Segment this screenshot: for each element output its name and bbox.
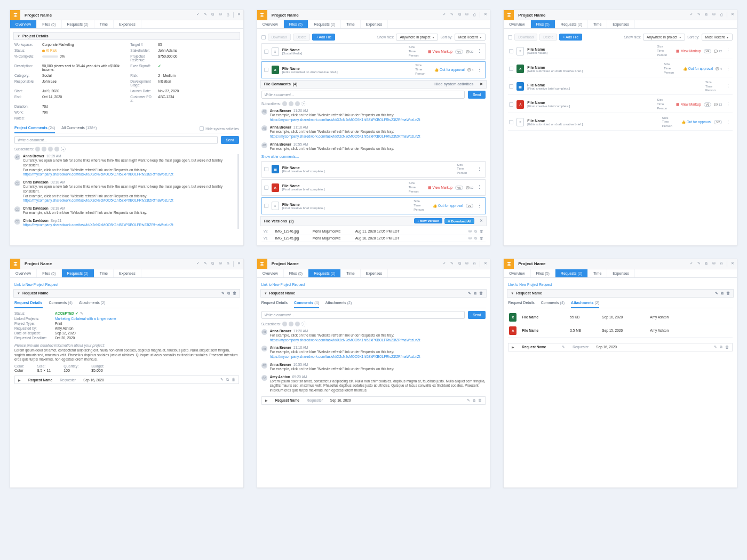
file-more-icon[interactable]: ⋮	[476, 50, 483, 53]
edit-inline-icon[interactable]: ✎	[562, 345, 565, 349]
file-more-icon[interactable]: ⋮	[476, 168, 483, 171]
version-copy-icon[interactable]: ⧉	[474, 236, 477, 241]
select-all-checkbox[interactable]	[261, 35, 266, 39]
send-button[interactable]: Send	[221, 136, 239, 144]
view-markup-link[interactable]: ▦ View Markup	[428, 186, 452, 190]
file-row[interactable]: AFile Name[Final creative brief complete…	[508, 97, 733, 113]
attachment-row[interactable]: XFile Name55 KBSep 16, 2020Amy Ashton	[508, 311, 733, 324]
file-row[interactable]: ▤File Name[Final creative brief complete…	[261, 161, 486, 178]
file-more-icon[interactable]: ⋮	[725, 68, 732, 70]
out-for-approval-link[interactable]: 👍 Out for approval	[683, 67, 713, 71]
edit-icon[interactable]: ✎	[203, 12, 208, 17]
subtab-all-comments[interactable]: All Comments (138+)	[61, 126, 97, 131]
file-more-icon[interactable]: ⋮	[725, 50, 732, 52]
tab-expenses[interactable]: Expenses	[361, 20, 388, 28]
file-row[interactable]: ≡File Name[Final creative brief complete…	[261, 197, 486, 214]
file-more-icon[interactable]: ⋮	[725, 85, 732, 88]
comment-link[interactable]: https://mycompany.sharedwork.com/task/id…	[270, 118, 420, 122]
tab-time[interactable]: Time	[341, 20, 360, 28]
file-checkbox[interactable]	[509, 120, 513, 124]
add-file-button[interactable]: + Add File	[312, 34, 335, 41]
sort-dropdown[interactable]: Most Recent▼	[455, 34, 486, 41]
tab-requests[interactable]: Requests (2)	[62, 20, 94, 28]
close-versions-icon[interactable]: ✕	[480, 219, 483, 223]
comment-input[interactable]: Write a comment…	[14, 136, 218, 144]
file-send-button[interactable]: Send	[468, 91, 486, 99]
comment-link[interactable]: https://mycompany.sharedwork.com/task/id…	[23, 198, 173, 202]
link-new-request[interactable]: Link to New Project Request	[14, 281, 58, 289]
scope-dropdown[interactable]: Anywhere in project▼	[396, 34, 438, 41]
view-markup-link[interactable]: ▦ View Markup	[676, 49, 701, 53]
copy-request-icon[interactable]: ⧉	[227, 291, 230, 295]
edit-request-icon[interactable]: ✎	[221, 291, 225, 295]
tab-files[interactable]: Files (5)	[284, 20, 308, 28]
file-checkbox[interactable]	[509, 49, 513, 53]
file-more-icon[interactable]: ⋮	[725, 103, 732, 106]
download-all-button[interactable]: ⬇ Download All	[444, 218, 474, 224]
file-more-icon[interactable]: ⋮	[476, 205, 483, 207]
attachment-row[interactable]: AFile Name3.5 MBSep 15, 2020Amy Ashton	[508, 324, 733, 338]
tab-time[interactable]: Time	[94, 20, 114, 28]
file-row[interactable]: XFile Name[Edits submitted on draft crea…	[508, 61, 733, 77]
comment-link[interactable]: https://mycompany.sharedwork.com/task/id…	[270, 338, 420, 342]
add-subscriber[interactable]: +	[61, 147, 66, 151]
comment-link[interactable]: https://mycompany.sharedwork.com/task/id…	[23, 223, 173, 227]
version-copy-icon[interactable]: ⧉	[474, 229, 477, 234]
file-row[interactable]: ≡File Name[Social Media]SizeTimePerson▦ …	[261, 43, 486, 60]
tab-overview[interactable]: Overview	[10, 20, 37, 28]
subtab-request-comments[interactable]: Comments (4)	[49, 301, 73, 306]
mark-done-icon[interactable]: ✓	[196, 12, 200, 17]
comment-link[interactable]: https://mycompany.sharedwork.com/task/id…	[270, 355, 420, 358]
edit-status-icon[interactable]: ✎	[80, 311, 83, 315]
file-comment-input[interactable]: Write a comment…	[261, 91, 465, 99]
download-button[interactable]: Download	[268, 34, 291, 41]
version-delete-icon[interactable]: 🗑	[480, 229, 483, 234]
file-checkbox[interactable]	[509, 102, 513, 107]
subtab-request-attachments[interactable]: Attachments (2)	[79, 301, 105, 306]
file-checkbox[interactable]	[509, 67, 513, 71]
view-markup-link[interactable]: ▦ View Markup	[676, 102, 701, 107]
version-mail-icon[interactable]: ✉	[468, 236, 472, 241]
file-checkbox[interactable]	[264, 68, 268, 72]
view-markup-link[interactable]: ▦ View Markup	[428, 50, 452, 54]
new-version-button[interactable]: + New Version	[414, 218, 442, 223]
close-comments-icon[interactable]: ✕	[480, 82, 483, 86]
show-older-link[interactable]: Show older comments…	[261, 155, 299, 158]
comment-link[interactable]: https://mycompany.sharedwork.com/task/id…	[23, 172, 173, 176]
delete-request-icon[interactable]: 🗑	[233, 291, 236, 295]
tab-expenses[interactable]: Expenses	[114, 20, 141, 28]
hide-sys-checkbox[interactable]	[200, 126, 204, 131]
file-more-icon[interactable]: ⋮	[476, 69, 483, 71]
file-row[interactable]: ≡File Name[Social Media]SizeTimePerson▦ …	[508, 43, 733, 59]
file-checkbox[interactable]	[509, 84, 513, 89]
mail-icon[interactable]: ✉	[218, 12, 222, 17]
tab-requests[interactable]: Requests (2)	[308, 20, 341, 28]
subtab-request-details[interactable]: Request Details	[14, 301, 43, 308]
project-details-header[interactable]: ▼Project Details	[13, 32, 240, 40]
file-checkbox[interactable]	[264, 167, 268, 171]
delete-button[interactable]: Delete	[293, 34, 311, 41]
copy-icon[interactable]: ⧉	[211, 12, 215, 17]
version-mail-icon[interactable]: ✉	[468, 229, 472, 234]
request-header[interactable]: ▼Request Name✎⧉🗑	[13, 289, 240, 298]
file-checkbox[interactable]	[264, 50, 268, 54]
out-for-approval-link[interactable]: 👍 Out for approval	[434, 68, 464, 72]
version-delete-icon[interactable]: 🗑	[480, 236, 483, 241]
subtab-project-comments[interactable]: Project Comments (24)	[14, 126, 55, 133]
file-row[interactable]: ≡File Name[Edits submitted on draft crea…	[508, 115, 733, 131]
file-more-icon[interactable]: ⋮	[725, 121, 732, 124]
file-checkbox[interactable]	[264, 186, 268, 190]
close-icon[interactable]: ✕	[237, 12, 241, 17]
out-for-approval-link[interactable]: 👍 Out for approval	[433, 204, 463, 208]
file-row[interactable]: XFile Name[Edits submitted on draft crea…	[261, 61, 486, 78]
print-icon[interactable]: ⎙	[226, 12, 230, 17]
tab-overview[interactable]: Overview	[257, 20, 284, 28]
file-more-icon[interactable]: ⋮	[476, 186, 483, 189]
file-row[interactable]: ▤File Name[Final creative brief complete…	[508, 79, 733, 95]
comment-link[interactable]: https://mycompany.sharedwork.com/task/id…	[270, 134, 420, 138]
file-checkbox[interactable]	[264, 204, 268, 208]
out-for-approval-link[interactable]: 👍 Out for approval	[681, 120, 711, 124]
tab-files[interactable]: Files (5)	[37, 20, 61, 28]
request-collapsed-row[interactable]: ▶Request Name Requester Sep 16, 2020 ✎⧉🗑	[14, 375, 239, 384]
file-row[interactable]: AFile Name[Final creative brief complete…	[261, 179, 486, 196]
